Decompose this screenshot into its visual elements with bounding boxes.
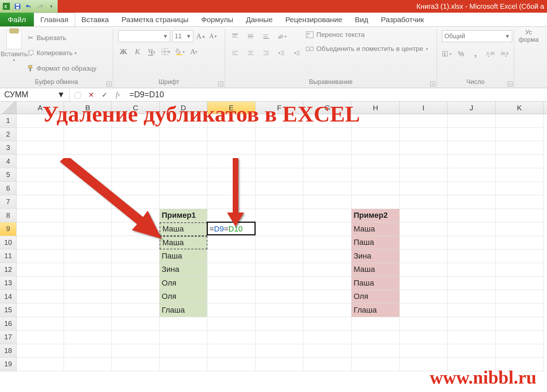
cell-I12[interactable] bbox=[400, 263, 448, 277]
fx-icon[interactable]: fx bbox=[113, 90, 122, 99]
select-all-corner[interactable] bbox=[0, 102, 17, 114]
cell-H1[interactable] bbox=[352, 114, 400, 128]
cell-G3[interactable] bbox=[303, 141, 352, 155]
cell-H12[interactable]: Маша bbox=[352, 263, 400, 277]
cell-G10[interactable] bbox=[303, 236, 352, 250]
cell-A3[interactable] bbox=[17, 141, 64, 155]
cell-D4[interactable] bbox=[160, 155, 207, 169]
enter-formula-icon[interactable]: ✓ bbox=[100, 90, 109, 99]
cell-C18[interactable] bbox=[112, 344, 160, 358]
grow-font-icon[interactable]: A▲ bbox=[195, 31, 206, 41]
cell-A1[interactable] bbox=[17, 114, 64, 128]
row-header-19[interactable]: 19 bbox=[0, 358, 17, 371]
cell-E4[interactable] bbox=[207, 155, 256, 169]
cell-C8[interactable] bbox=[112, 209, 160, 223]
cell-A19[interactable] bbox=[17, 358, 64, 371]
cell-A9[interactable] bbox=[17, 222, 64, 236]
row-header-11[interactable]: 11 bbox=[0, 249, 17, 263]
cell-F12[interactable] bbox=[256, 263, 303, 277]
cell-J6[interactable] bbox=[448, 182, 496, 196]
cell-E12[interactable] bbox=[207, 263, 256, 277]
cell-K7[interactable] bbox=[496, 195, 543, 209]
cell-D6[interactable] bbox=[160, 182, 207, 196]
row-header-17[interactable]: 17 bbox=[0, 331, 17, 344]
cell-D2[interactable] bbox=[160, 128, 207, 142]
cell-K3[interactable] bbox=[496, 141, 543, 155]
cell-C1[interactable] bbox=[112, 114, 160, 128]
cell-E13[interactable] bbox=[207, 276, 256, 290]
cell-D9[interactable]: Маша bbox=[160, 222, 207, 236]
cell-J3[interactable] bbox=[448, 141, 496, 155]
borders-icon[interactable]: ▾ bbox=[160, 46, 171, 57]
font-size-dropdown[interactable]: 11▾ bbox=[172, 30, 193, 42]
cell-J17[interactable] bbox=[448, 331, 496, 344]
cell-H5[interactable] bbox=[352, 168, 400, 182]
cell-G19[interactable] bbox=[303, 358, 352, 371]
cell-B13[interactable] bbox=[64, 276, 112, 290]
undo-icon[interactable] bbox=[25, 2, 33, 11]
cell-G18[interactable] bbox=[303, 344, 352, 358]
cell-D14[interactable]: Оля bbox=[160, 290, 207, 304]
row-header-2[interactable]: 2 bbox=[0, 128, 17, 142]
cell-H3[interactable] bbox=[352, 141, 400, 155]
cell-I17[interactable] bbox=[400, 331, 448, 344]
cut-button[interactable]: ✂ Вырезать bbox=[25, 33, 98, 43]
number-launcher-icon[interactable]: ↘ bbox=[508, 81, 513, 86]
cell-G13[interactable] bbox=[303, 276, 352, 290]
fill-color-icon[interactable]: ▾ bbox=[174, 46, 185, 57]
tab-review[interactable]: Рецензирование bbox=[279, 13, 348, 26]
cell-E2[interactable] bbox=[207, 128, 256, 142]
cell-K11[interactable] bbox=[496, 249, 543, 263]
cell-A18[interactable] bbox=[17, 344, 64, 358]
tab-file[interactable]: Файл bbox=[0, 13, 34, 26]
cell-G17[interactable] bbox=[303, 331, 352, 344]
cell-D18[interactable] bbox=[160, 344, 207, 358]
cell-G5[interactable] bbox=[303, 168, 352, 182]
cell-I10[interactable] bbox=[400, 236, 448, 250]
number-format-dropdown[interactable]: Общий▾ bbox=[442, 30, 512, 42]
cell-I5[interactable] bbox=[400, 168, 448, 182]
cell-H18[interactable] bbox=[352, 344, 400, 358]
tab-data[interactable]: Данные bbox=[240, 13, 279, 26]
cell-F11[interactable] bbox=[256, 249, 303, 263]
cell-J14[interactable] bbox=[448, 290, 496, 304]
font-name-dropdown[interactable]: ▾ bbox=[118, 30, 170, 42]
cell-C4[interactable] bbox=[112, 155, 160, 169]
shrink-font-icon[interactable]: A▼ bbox=[208, 31, 219, 41]
cell-C15[interactable] bbox=[112, 303, 160, 317]
cell-H2[interactable] bbox=[352, 128, 400, 142]
cell-K17[interactable] bbox=[496, 331, 543, 344]
cell-D3[interactable] bbox=[160, 141, 207, 155]
cell-G16[interactable] bbox=[303, 317, 352, 331]
cell-H15[interactable]: Глаша bbox=[352, 303, 400, 317]
cell-B2[interactable] bbox=[64, 128, 112, 142]
cell-I9[interactable] bbox=[400, 222, 448, 236]
row-header-9[interactable]: 9 bbox=[0, 222, 17, 236]
cell-G4[interactable] bbox=[303, 155, 352, 169]
cell-K19[interactable] bbox=[496, 358, 543, 371]
name-box[interactable]: СУММ ▼ bbox=[0, 88, 70, 101]
cell-B1[interactable] bbox=[64, 114, 112, 128]
cell-J2[interactable] bbox=[448, 128, 496, 142]
cell-F17[interactable] bbox=[256, 331, 303, 344]
cell-J18[interactable] bbox=[448, 344, 496, 358]
cell-D19[interactable] bbox=[160, 358, 207, 371]
font-launcher-icon[interactable]: ↘ bbox=[218, 81, 223, 86]
cell-D5[interactable] bbox=[160, 168, 207, 182]
row-header-13[interactable]: 13 bbox=[0, 276, 17, 290]
cell-A15[interactable] bbox=[17, 303, 64, 317]
cell-E10[interactable] bbox=[207, 236, 256, 250]
col-header-A[interactable]: A bbox=[17, 102, 64, 114]
cell-J7[interactable] bbox=[448, 195, 496, 209]
col-header-F[interactable]: F bbox=[256, 102, 303, 114]
tab-home[interactable]: Главная bbox=[34, 13, 75, 26]
align-left-icon[interactable] bbox=[230, 48, 240, 58]
cell-J10[interactable] bbox=[448, 236, 496, 250]
cell-A6[interactable] bbox=[17, 182, 64, 196]
cell-E15[interactable] bbox=[207, 303, 256, 317]
row-header-14[interactable]: 14 bbox=[0, 290, 17, 304]
row-header-15[interactable]: 15 bbox=[0, 303, 17, 317]
col-header-E[interactable]: E bbox=[207, 102, 256, 114]
cell-C6[interactable] bbox=[112, 182, 160, 196]
cell-B17[interactable] bbox=[64, 331, 112, 344]
